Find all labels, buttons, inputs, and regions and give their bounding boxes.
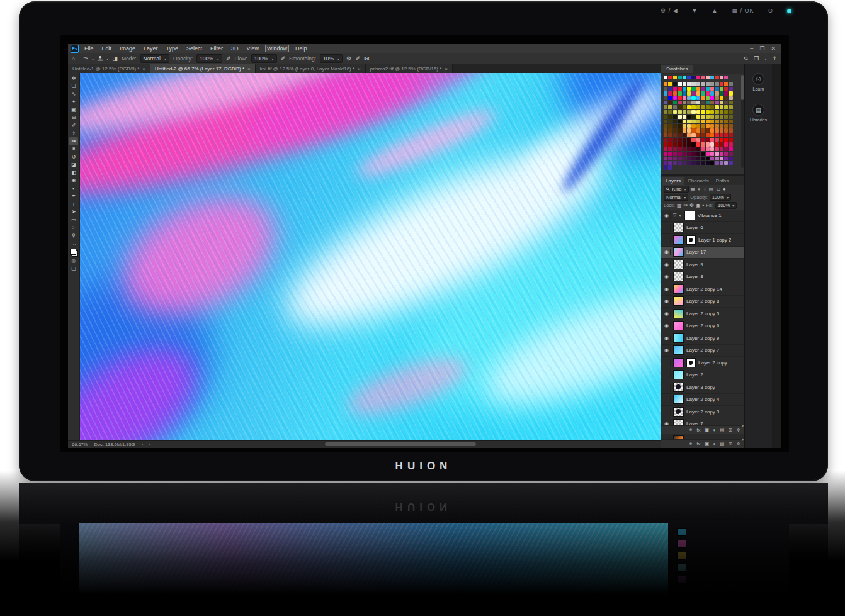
chevron-down-icon[interactable]: ▾ [742,437,744,442]
swatch[interactable] [687,124,691,128]
quick-select-tool[interactable]: ✦ [69,98,78,106]
swatch[interactable] [701,157,705,160]
swatch[interactable] [715,105,718,109]
swatch[interactable] [678,101,681,104]
swatch[interactable] [687,157,691,160]
layer-thumbnail[interactable] [673,358,684,367]
swatch[interactable] [678,105,681,109]
swatch[interactable] [729,120,732,123]
swatch[interactable] [668,120,672,123]
layer-visibility-icon[interactable]: ◉ [663,224,671,231]
swatch[interactable] [664,82,667,86]
swatch[interactable] [673,87,677,91]
swatch[interactable] [710,91,714,95]
swatch[interactable] [696,87,700,91]
swatch[interactable] [720,110,723,114]
layer-thumbnail[interactable] [673,272,684,281]
layer-row[interactable]: ◉Layer 9 [661,259,744,271]
workspace-icon[interactable]: ❐ [754,55,759,62]
swatch[interactable] [701,87,705,91]
swatch[interactable] [691,105,695,109]
swatch[interactable] [724,147,728,151]
lock-transparency-icon[interactable]: ▦ [677,203,682,208]
swatch[interactable] [724,91,728,95]
layer-row[interactable]: ◉Layer 2 [661,369,744,382]
toggle-brush-panel-icon[interactable]: ◨ [112,55,118,62]
symmetry-icon[interactable]: ⋈ [364,55,370,62]
swatch[interactable] [724,87,728,91]
layer-name[interactable]: Layer 8 [686,274,703,279]
link-layers-icon[interactable]: ⚭ [689,427,693,433]
swatch[interactable] [664,110,667,114]
swatch[interactable] [724,76,728,79]
swatch[interactable] [678,133,681,137]
lock-artboard-icon[interactable]: ▣ [696,203,701,208]
opacity-select[interactable]: 100% ▾ [196,54,222,63]
swatch[interactable] [691,110,695,114]
swatch[interactable] [729,142,732,146]
frame-tool[interactable]: ⊞ [69,114,78,122]
swatch[interactable] [729,133,732,137]
layer-thumbnail[interactable] [673,321,684,330]
swatch[interactable] [678,161,681,165]
filter-smart-icon[interactable]: ⊡ [716,186,720,192]
swatch[interactable] [715,157,718,160]
chevron-down-icon[interactable]: ▾ [92,57,94,61]
swatch[interactable] [683,152,686,155]
new-group-icon[interactable]: ▤ [720,427,725,433]
swatch[interactable] [687,82,691,86]
swatch[interactable] [729,161,732,165]
swatch[interactable] [706,124,710,128]
filter-toggle-icon[interactable]: ● [723,186,726,192]
swatch[interactable] [678,147,681,151]
swatch[interactable] [710,115,714,118]
swatch[interactable] [687,76,691,79]
swatch[interactable] [673,105,677,109]
swatch[interactable] [683,87,686,91]
swatch[interactable] [683,124,686,128]
swatch[interactable] [664,133,667,137]
swatch[interactable] [664,101,667,104]
layer-name[interactable]: Layer 2 copy 7 [686,347,719,353]
layer-row[interactable]: ◉Layer 2 copy 5 [661,308,744,320]
swatch[interactable] [701,96,705,100]
lock-pixels-icon[interactable]: ✑ [684,203,688,208]
swatch[interactable] [668,142,672,146]
swatch[interactable] [720,147,723,151]
layer-name[interactable]: Layer 2 [686,372,703,378]
swatch[interactable] [673,128,677,132]
swatch[interactable] [696,138,700,142]
swatch[interactable] [706,128,710,132]
tab-paths[interactable]: Paths [713,177,732,185]
close-button[interactable]: ✕ [771,45,776,52]
layer-row[interactable]: ◉Layer 1 copy 2 [661,234,744,247]
swatch[interactable] [673,110,677,114]
swatch[interactable] [678,76,681,79]
swatch[interactable] [664,120,667,123]
history-brush-tool[interactable]: ↺ [69,153,78,161]
swatch[interactable] [710,120,714,123]
swatch[interactable] [706,101,710,104]
layer-thumbnail[interactable] [673,395,684,404]
swatch[interactable] [720,128,723,132]
pressure-opacity-icon[interactable]: ✐ [226,55,231,62]
delete-layer-icon[interactable]: ⚱ [736,427,740,433]
fill-select[interactable]: 100% ▾ [715,202,737,209]
layer-row[interactable]: ◉Layer 5 [661,434,744,439]
swatch[interactable] [696,124,700,128]
tab-close-icon[interactable]: × [142,66,145,72]
swatch[interactable] [724,115,728,118]
layer-row[interactable]: ◉Layer 2 copy [661,357,744,369]
swatch[interactable] [673,138,677,142]
swatch[interactable] [683,101,686,104]
layer-visibility-icon[interactable]: ◉ [663,335,671,342]
swatch[interactable] [687,120,691,123]
layer-row[interactable]: ◉Layer 2 copy 8 [661,296,744,308]
swatch[interactable] [673,101,677,104]
swatch[interactable] [683,96,686,100]
edit-toolbar[interactable]: … [69,240,78,248]
layer-visibility-icon[interactable]: ◉ [663,273,671,280]
swatch[interactable] [673,142,677,146]
swatch[interactable] [701,128,705,132]
layer-visibility-icon[interactable]: ◉ [663,408,671,415]
